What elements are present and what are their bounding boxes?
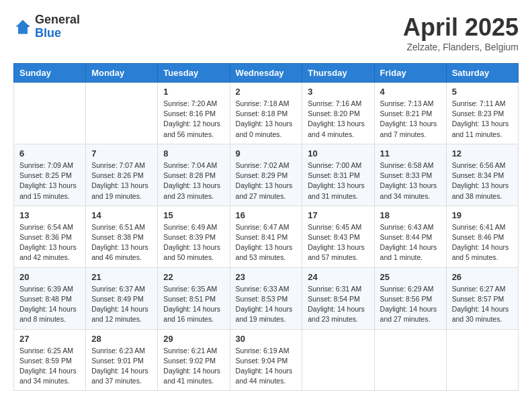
day-number: 10 bbox=[308, 148, 368, 158]
day-info: Sunrise: 7:00 AM Sunset: 8:31 PM Dayligh… bbox=[308, 161, 368, 201]
calendar-cell: 10Sunrise: 7:00 AM Sunset: 8:31 PM Dayli… bbox=[302, 144, 374, 205]
calendar-cell: 8Sunrise: 7:04 AM Sunset: 8:28 PM Daylig… bbox=[158, 144, 230, 205]
day-header-saturday: Saturday bbox=[446, 64, 518, 83]
day-info: Sunrise: 6:31 AM Sunset: 8:54 PM Dayligh… bbox=[308, 284, 368, 325]
day-number: 14 bbox=[91, 210, 152, 220]
calendar-cell: 26Sunrise: 6:27 AM Sunset: 8:57 PM Dayli… bbox=[446, 267, 518, 329]
calendar-cell: 25Sunrise: 6:29 AM Sunset: 8:56 PM Dayli… bbox=[374, 267, 446, 329]
day-info: Sunrise: 7:20 AM Sunset: 8:16 PM Dayligh… bbox=[163, 99, 224, 140]
calendar-cell bbox=[14, 83, 86, 144]
day-header-thursday: Thursday bbox=[302, 64, 374, 83]
day-info: Sunrise: 6:33 AM Sunset: 8:53 PM Dayligh… bbox=[236, 284, 297, 325]
calendar-cell bbox=[374, 329, 446, 391]
day-info: Sunrise: 7:07 AM Sunset: 8:26 PM Dayligh… bbox=[91, 161, 152, 201]
calendar-cell: 5Sunrise: 7:11 AM Sunset: 8:23 PM Daylig… bbox=[446, 83, 518, 144]
location-subtitle: Zelzate, Flanders, Belgium bbox=[403, 42, 519, 52]
day-header-wednesday: Wednesday bbox=[230, 64, 302, 83]
day-info: Sunrise: 7:04 AM Sunset: 8:28 PM Dayligh… bbox=[163, 161, 224, 201]
day-number: 25 bbox=[380, 272, 441, 282]
day-number: 24 bbox=[308, 272, 368, 282]
calendar-cell: 2Sunrise: 7:18 AM Sunset: 8:18 PM Daylig… bbox=[230, 83, 302, 144]
logo-blue-text: Blue bbox=[35, 27, 80, 40]
day-number: 16 bbox=[236, 210, 297, 220]
day-header-monday: Monday bbox=[86, 64, 158, 83]
day-number: 26 bbox=[452, 272, 513, 282]
calendar-week-row: 1Sunrise: 7:20 AM Sunset: 8:16 PM Daylig… bbox=[14, 83, 519, 144]
day-number: 23 bbox=[236, 272, 297, 282]
day-number: 9 bbox=[236, 148, 297, 158]
day-number: 19 bbox=[452, 210, 513, 220]
logo-general-text: General bbox=[35, 13, 80, 27]
day-info: Sunrise: 6:21 AM Sunset: 9:02 PM Dayligh… bbox=[163, 346, 224, 387]
day-number: 20 bbox=[19, 272, 80, 282]
day-header-tuesday: Tuesday bbox=[158, 64, 230, 83]
month-title: April 2025 bbox=[403, 13, 519, 42]
calendar-cell: 9Sunrise: 7:02 AM Sunset: 8:29 PM Daylig… bbox=[230, 144, 302, 205]
calendar-week-row: 13Sunrise: 6:54 AM Sunset: 8:36 PM Dayli… bbox=[14, 205, 519, 267]
day-number: 12 bbox=[452, 148, 513, 158]
day-info: Sunrise: 6:19 AM Sunset: 9:04 PM Dayligh… bbox=[236, 346, 297, 387]
day-number: 15 bbox=[163, 210, 224, 220]
calendar-cell: 3Sunrise: 7:16 AM Sunset: 8:20 PM Daylig… bbox=[302, 83, 374, 144]
calendar-cell: 4Sunrise: 7:13 AM Sunset: 8:21 PM Daylig… bbox=[374, 83, 446, 144]
calendar-cell: 14Sunrise: 6:51 AM Sunset: 8:38 PM Dayli… bbox=[86, 205, 158, 267]
day-info: Sunrise: 6:47 AM Sunset: 8:41 PM Dayligh… bbox=[236, 222, 297, 263]
calendar-cell: 12Sunrise: 6:56 AM Sunset: 8:34 PM Dayli… bbox=[446, 144, 518, 205]
calendar-cell: 19Sunrise: 6:41 AM Sunset: 8:46 PM Dayli… bbox=[446, 205, 518, 267]
calendar-cell: 18Sunrise: 6:43 AM Sunset: 8:44 PM Dayli… bbox=[374, 205, 446, 267]
calendar-week-row: 20Sunrise: 6:39 AM Sunset: 8:48 PM Dayli… bbox=[14, 267, 519, 329]
day-info: Sunrise: 7:11 AM Sunset: 8:23 PM Dayligh… bbox=[452, 99, 513, 140]
day-info: Sunrise: 6:41 AM Sunset: 8:46 PM Dayligh… bbox=[452, 222, 513, 263]
day-header-sunday: Sunday bbox=[14, 64, 86, 83]
day-number: 2 bbox=[236, 87, 297, 97]
day-number: 13 bbox=[19, 210, 80, 220]
day-number: 1 bbox=[163, 87, 224, 97]
calendar-cell bbox=[86, 83, 158, 144]
day-info: Sunrise: 7:13 AM Sunset: 8:21 PM Dayligh… bbox=[380, 99, 441, 140]
day-info: Sunrise: 6:23 AM Sunset: 9:01 PM Dayligh… bbox=[91, 346, 152, 387]
calendar-cell: 24Sunrise: 6:31 AM Sunset: 8:54 PM Dayli… bbox=[302, 267, 374, 329]
day-info: Sunrise: 7:09 AM Sunset: 8:25 PM Dayligh… bbox=[19, 161, 80, 201]
logo: General Blue bbox=[13, 13, 80, 40]
calendar-cell: 27Sunrise: 6:25 AM Sunset: 8:59 PM Dayli… bbox=[14, 329, 86, 391]
day-number: 6 bbox=[19, 148, 80, 158]
day-number: 22 bbox=[163, 272, 224, 282]
day-number: 28 bbox=[91, 334, 152, 344]
day-number: 8 bbox=[163, 148, 224, 158]
day-number: 3 bbox=[308, 87, 368, 97]
logo-text: General Blue bbox=[35, 13, 80, 40]
calendar-cell: 6Sunrise: 7:09 AM Sunset: 8:25 PM Daylig… bbox=[14, 144, 86, 205]
calendar-cell bbox=[446, 329, 518, 391]
day-info: Sunrise: 6:56 AM Sunset: 8:34 PM Dayligh… bbox=[452, 161, 513, 201]
calendar-header-row: SundayMondayTuesdayWednesdayThursdayFrid… bbox=[14, 64, 519, 83]
calendar-cell: 17Sunrise: 6:45 AM Sunset: 8:43 PM Dayli… bbox=[302, 205, 374, 267]
calendar-week-row: 6Sunrise: 7:09 AM Sunset: 8:25 PM Daylig… bbox=[14, 144, 519, 205]
day-info: Sunrise: 7:18 AM Sunset: 8:18 PM Dayligh… bbox=[236, 99, 297, 140]
calendar-cell: 29Sunrise: 6:21 AM Sunset: 9:02 PM Dayli… bbox=[158, 329, 230, 391]
day-header-friday: Friday bbox=[374, 64, 446, 83]
calendar-cell: 11Sunrise: 6:58 AM Sunset: 8:33 PM Dayli… bbox=[374, 144, 446, 205]
day-info: Sunrise: 6:58 AM Sunset: 8:33 PM Dayligh… bbox=[380, 161, 441, 201]
calendar-cell: 1Sunrise: 7:20 AM Sunset: 8:16 PM Daylig… bbox=[158, 83, 230, 144]
title-block: April 2025 Zelzate, Flanders, Belgium bbox=[403, 13, 519, 52]
day-info: Sunrise: 6:25 AM Sunset: 8:59 PM Dayligh… bbox=[19, 346, 80, 387]
day-info: Sunrise: 7:16 AM Sunset: 8:20 PM Dayligh… bbox=[308, 99, 368, 140]
logo-icon bbox=[13, 17, 32, 36]
day-number: 30 bbox=[236, 334, 297, 344]
day-info: Sunrise: 6:39 AM Sunset: 8:48 PM Dayligh… bbox=[19, 284, 80, 325]
calendar-cell: 22Sunrise: 6:35 AM Sunset: 8:51 PM Dayli… bbox=[158, 267, 230, 329]
day-info: Sunrise: 6:27 AM Sunset: 8:57 PM Dayligh… bbox=[452, 284, 513, 325]
calendar-table: SundayMondayTuesdayWednesdayThursdayFrid… bbox=[13, 63, 519, 391]
day-info: Sunrise: 6:54 AM Sunset: 8:36 PM Dayligh… bbox=[19, 222, 80, 263]
day-number: 27 bbox=[19, 334, 80, 344]
calendar-cell: 28Sunrise: 6:23 AM Sunset: 9:01 PM Dayli… bbox=[86, 329, 158, 391]
day-number: 17 bbox=[308, 210, 368, 220]
day-info: Sunrise: 6:49 AM Sunset: 8:39 PM Dayligh… bbox=[163, 222, 224, 263]
calendar-cell: 7Sunrise: 7:07 AM Sunset: 8:26 PM Daylig… bbox=[86, 144, 158, 205]
day-info: Sunrise: 6:43 AM Sunset: 8:44 PM Dayligh… bbox=[380, 222, 441, 263]
page-header: General Blue April 2025 Zelzate, Flander… bbox=[13, 13, 519, 52]
day-number: 5 bbox=[452, 87, 513, 97]
calendar-cell: 15Sunrise: 6:49 AM Sunset: 8:39 PM Dayli… bbox=[158, 205, 230, 267]
day-info: Sunrise: 6:29 AM Sunset: 8:56 PM Dayligh… bbox=[380, 284, 441, 325]
day-info: Sunrise: 6:35 AM Sunset: 8:51 PM Dayligh… bbox=[163, 284, 224, 325]
